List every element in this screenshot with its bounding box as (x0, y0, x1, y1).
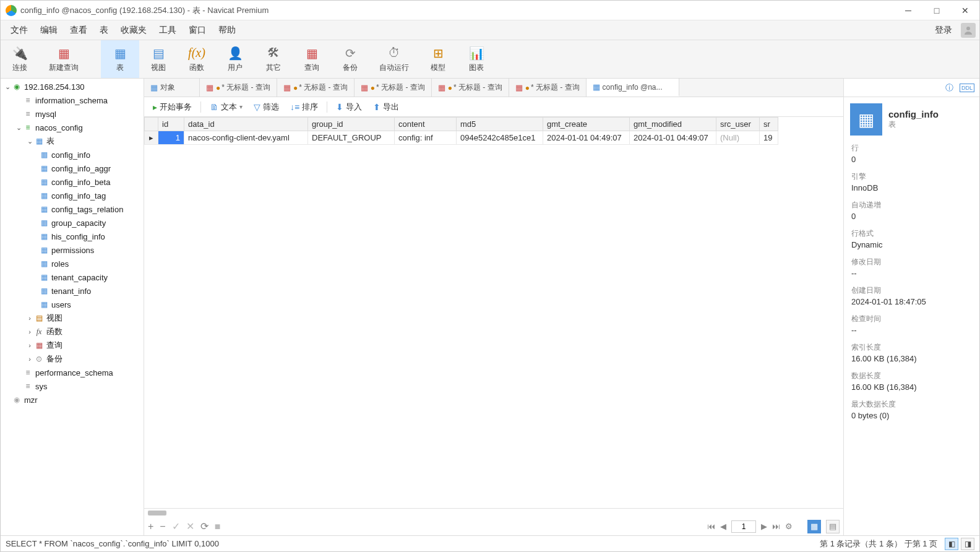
toolbar-chart[interactable]: 📊图表 (457, 40, 496, 78)
col-md5[interactable]: md5 (457, 118, 543, 131)
tree-db-sys[interactable]: ≡sys (1, 379, 144, 393)
tree-table-config-info-beta[interactable]: ▦config_info_beta (1, 175, 144, 189)
grid-view-button[interactable]: ▦ (807, 520, 821, 533)
page-input[interactable] (731, 520, 756, 533)
tab-query[interactable]: ▦●* 无标题 - 查询 (200, 79, 277, 97)
export-button[interactable]: ⬆导出 (368, 100, 404, 114)
tree-table-tenant-info[interactable]: ▦tenant_info (1, 284, 144, 298)
ddl-icon[interactable]: DDL (960, 84, 974, 92)
first-page-button[interactable]: ⏮ (707, 522, 715, 531)
settings-button[interactable]: ⚙ (785, 522, 793, 531)
tab-query[interactable]: ▦●* 无标题 - 查询 (355, 79, 432, 97)
last-page-button[interactable]: ⏭ (772, 522, 780, 531)
tree-table-config-info[interactable]: ▦config_info (1, 148, 144, 162)
tree-server[interactable]: ⌄◉192.168.254.130 (1, 80, 144, 93)
tree-db-nacos-config[interactable]: ⌄≡nacos_config (1, 121, 144, 134)
tree-table-users[interactable]: ▦users (1, 298, 144, 311)
cell-data_id[interactable]: nacos-config-client-dev.yaml (184, 131, 308, 145)
tab-query[interactable]: ▦●* 无标题 - 查询 (509, 79, 587, 97)
menu-window[interactable]: 窗口 (183, 20, 212, 40)
toolbar-table[interactable]: ▦表 (101, 40, 139, 78)
data-grid[interactable]: iddata_idgroup_idcontentmd5gmt_creategmt… (144, 117, 843, 508)
cell-gmt_modified[interactable]: 2024-01-01 04:49:07 (630, 131, 716, 145)
login-button[interactable]: 登录 (930, 25, 957, 36)
tree-db-performance-schema[interactable]: ≡performance_schema (1, 366, 144, 379)
refresh-button[interactable]: ⟳ (200, 520, 208, 532)
tree-backup-folder[interactable]: ›⊙备份 (1, 352, 144, 366)
tab-query[interactable]: ▦●* 无标题 - 查询 (277, 79, 355, 97)
tree-table-permissions[interactable]: ▦permissions (1, 243, 144, 257)
window-minimize[interactable]: ─ (894, 1, 922, 20)
window-maximize[interactable]: □ (922, 1, 951, 20)
toolbar-new-query[interactable]: ▦新建查询 (39, 40, 88, 78)
toolbar-user[interactable]: 👤用户 (216, 40, 254, 78)
tree-conn-mzr[interactable]: ◉mzr (1, 393, 144, 407)
tree-table-roles[interactable]: ▦roles (1, 257, 144, 270)
sidebar-tree[interactable]: ⌄◉192.168.254.130 ≡information_schema ≡m… (1, 79, 144, 535)
tree-tables-folder[interactable]: ⌄▦表 (1, 134, 144, 148)
filter-button[interactable]: ▽筛选 (249, 100, 284, 114)
next-page-button[interactable]: ▶ (761, 522, 767, 531)
h-scrollbar[interactable] (144, 509, 843, 517)
tree-views-folder[interactable]: ›▤视图 (1, 311, 144, 325)
tree-table-tenant-capacity[interactable]: ▦tenant_capacity (1, 270, 144, 284)
tree-functions-folder[interactable]: ›fx函数 (1, 325, 144, 339)
tree-table-config-info-aggr[interactable]: ▦config_info_aggr (1, 162, 144, 175)
menu-view[interactable]: 查看 (64, 20, 93, 40)
toolbar-function[interactable]: f(x)函数 (178, 40, 216, 78)
cell-sr[interactable]: 19 (760, 131, 778, 145)
menu-help[interactable]: 帮助 (212, 20, 242, 40)
toolbar-view[interactable]: ▤视图 (139, 40, 178, 78)
toolbar-connect[interactable]: 🔌连接 (1, 40, 39, 78)
tab-config-info[interactable]: ▦config_info @na... (587, 79, 679, 97)
sort-button[interactable]: ↓≡排序 (285, 100, 323, 114)
col-data_id[interactable]: data_id (184, 118, 308, 131)
user-avatar[interactable] (961, 23, 976, 38)
col-gmt_create[interactable]: gmt_create (543, 118, 630, 131)
cell-src_user[interactable]: (Null) (716, 131, 760, 145)
table-row[interactable]: ▸1nacos-config-client-dev.yamlDEFAULT_GR… (145, 131, 778, 145)
tree-db-information-schema[interactable]: ≡information_schema (1, 93, 144, 107)
col-id[interactable]: id (158, 118, 184, 131)
col-gmt_modified[interactable]: gmt_modified (630, 118, 716, 131)
import-button[interactable]: ⬇导入 (331, 100, 367, 114)
menu-edit[interactable]: 编辑 (34, 20, 64, 40)
delete-row-button[interactable]: − (160, 521, 165, 532)
toolbar-other[interactable]: 🛠其它 (254, 40, 293, 78)
toolbar-model[interactable]: ⊞模型 (419, 40, 457, 78)
start-transaction-button[interactable]: ▸开始事务 (148, 100, 197, 114)
menu-file[interactable]: 文件 (4, 20, 34, 40)
tab-query[interactable]: ▦●* 无标题 - 查询 (432, 79, 509, 97)
window-close[interactable]: ✕ (951, 1, 979, 20)
tree-table-his-config-info[interactable]: ▦his_config_info (1, 230, 144, 243)
tree-db-mysql[interactable]: ≡mysql (1, 107, 144, 121)
tree-queries-folder[interactable]: ›▦查询 (1, 339, 144, 352)
cell-gmt_create[interactable]: 2024-01-01 04:49:07 (543, 131, 630, 145)
cell-id[interactable]: 1 (158, 131, 184, 145)
menu-table[interactable]: 表 (93, 20, 114, 40)
tree-table-config-info-tag[interactable]: ▦config_info_tag (1, 189, 144, 202)
tree-table-config-tags-relation[interactable]: ▦config_tags_relation (1, 202, 144, 216)
add-row-button[interactable]: + (148, 521, 153, 532)
text-button[interactable]: 🗎文本▾ (205, 100, 247, 114)
menu-favorites[interactable]: 收藏夹 (114, 20, 153, 40)
form-view-button[interactable]: ▤ (826, 520, 840, 533)
toolbar-autorun[interactable]: ⏱自动运行 (369, 40, 419, 78)
col-group_id[interactable]: group_id (308, 118, 395, 131)
cell-content[interactable]: config: inf (395, 131, 457, 145)
panel-toggle-left[interactable]: ◧ (945, 538, 958, 550)
menu-tools[interactable]: 工具 (153, 20, 183, 40)
col-content[interactable]: content (395, 118, 457, 131)
stop-button[interactable]: ■ (215, 521, 221, 532)
toolbar-backup[interactable]: ⟳备份 (331, 40, 369, 78)
commit-button[interactable]: ✓ (172, 520, 180, 532)
info-icon[interactable]: ⓘ (945, 82, 953, 93)
cell-md5[interactable]: 094e5242c485e1ce1 (457, 131, 543, 145)
col-src_user[interactable]: src_user (716, 118, 760, 131)
tree-table-group-capacity[interactable]: ▦group_capacity (1, 216, 144, 230)
prev-page-button[interactable]: ◀ (720, 522, 726, 531)
col-sr[interactable]: sr (760, 118, 778, 131)
tab-objects[interactable]: ▦对象 (144, 79, 200, 97)
panel-toggle-right[interactable]: ◨ (961, 538, 974, 550)
cancel-button[interactable]: ✕ (186, 520, 194, 532)
